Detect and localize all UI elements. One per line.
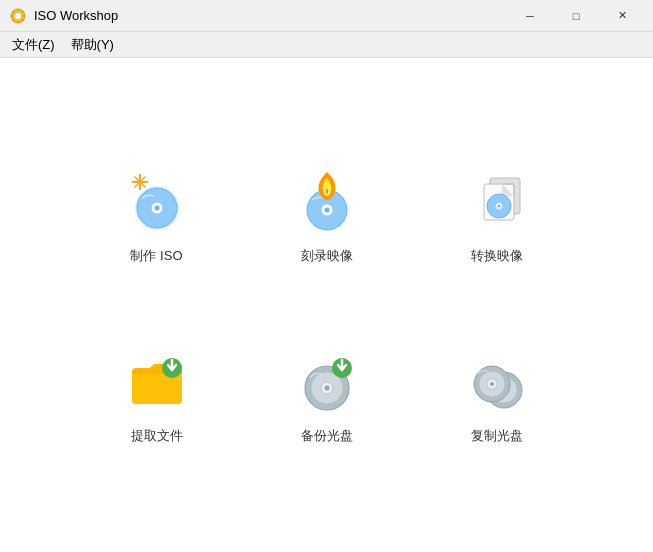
grid-item-copy-disc[interactable]: 复制光盘 xyxy=(432,320,562,470)
burn-image-icon xyxy=(291,165,363,237)
menu-bar: 文件(Z) 帮助(Y) xyxy=(0,32,653,58)
svg-point-20 xyxy=(324,208,329,213)
title-text: ISO Workshop xyxy=(34,8,507,23)
main-content: 制作 ISO xyxy=(0,58,653,552)
feature-grid: 制作 ISO xyxy=(87,135,567,475)
app-icon xyxy=(8,6,28,26)
extract-files-label: 提取文件 xyxy=(131,427,183,445)
svg-point-26 xyxy=(497,205,500,208)
backup-disc-label: 备份光盘 xyxy=(301,427,353,445)
copy-disc-label: 复制光盘 xyxy=(471,427,523,445)
grid-item-burn-image[interactable]: 刻录映像 xyxy=(262,140,392,290)
svg-point-1 xyxy=(15,12,22,19)
svg-point-13 xyxy=(154,206,159,211)
grid-item-convert-image[interactable]: 转换映像 xyxy=(432,140,562,290)
maximize-button[interactable]: □ xyxy=(553,0,599,32)
svg-point-42 xyxy=(490,382,494,386)
grid-item-backup-disc[interactable]: 备份光盘 xyxy=(262,320,392,470)
convert-image-label: 转换映像 xyxy=(471,247,523,265)
grid-item-make-iso[interactable]: 制作 ISO xyxy=(92,140,222,290)
menu-file[interactable]: 文件(Z) xyxy=(4,34,63,56)
copy-disc-icon xyxy=(461,345,533,417)
burn-image-label: 刻录映像 xyxy=(301,247,353,265)
make-iso-icon xyxy=(121,165,193,237)
svg-point-32 xyxy=(324,386,329,391)
menu-help[interactable]: 帮助(Y) xyxy=(63,34,122,56)
window-controls: ─ □ ✕ xyxy=(507,0,645,32)
extract-files-icon xyxy=(121,345,193,417)
close-button[interactable]: ✕ xyxy=(599,0,645,32)
make-iso-label: 制作 ISO xyxy=(130,247,182,265)
grid-item-extract-files[interactable]: 提取文件 xyxy=(92,320,222,470)
convert-image-icon xyxy=(461,165,533,237)
backup-disc-icon xyxy=(291,345,363,417)
minimize-button[interactable]: ─ xyxy=(507,0,553,32)
title-bar: ISO Workshop ─ □ ✕ xyxy=(0,0,653,32)
